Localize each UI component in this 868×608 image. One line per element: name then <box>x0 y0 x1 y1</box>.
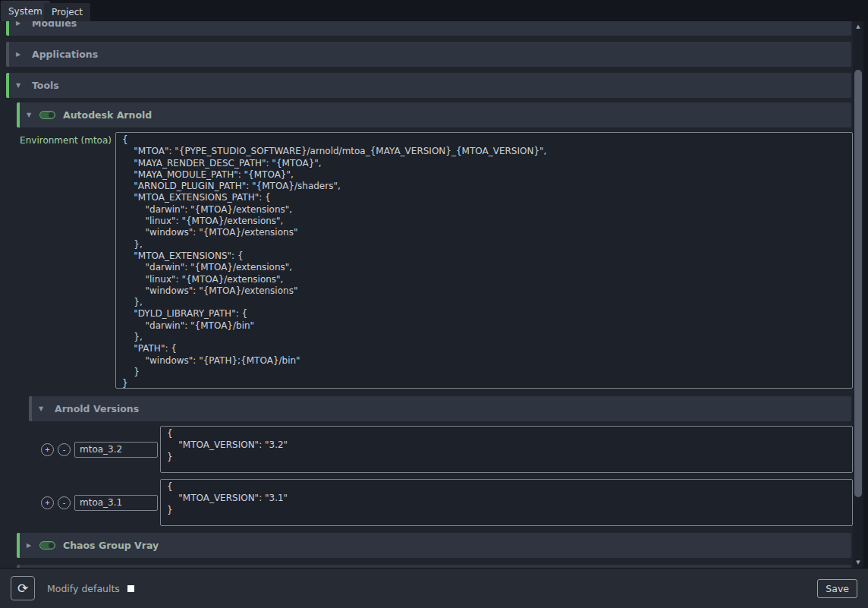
toggle-knob <box>49 543 54 548</box>
enabled-toggle[interactable] <box>39 541 55 550</box>
add-version-button[interactable]: + <box>41 496 54 509</box>
version-row: + - { "MTOA_VERSION": "3.1" } <box>41 479 853 526</box>
section-header-applications[interactable]: ▶ Applications <box>6 42 851 67</box>
section-header-tools[interactable]: ▼ Tools <box>6 73 851 98</box>
version-name-input[interactable] <box>74 442 158 458</box>
chevron-down-icon[interactable]: ▼ <box>23 112 35 118</box>
chevron-right-icon[interactable]: ▶ <box>23 542 35 549</box>
refresh-button[interactable]: ⟳ <box>11 576 35 600</box>
scrollbar-thumb[interactable] <box>854 70 862 497</box>
section-header-modules[interactable]: ▶ Modules <box>6 21 851 36</box>
section-label: Arnold Versions <box>55 403 139 414</box>
section-label: Tools <box>32 80 59 91</box>
section-label: Applications <box>32 49 98 60</box>
settings-scroll-area: ▶ Modules ▶ Applications ▼ Tools ▼ Autod… <box>0 21 853 568</box>
modify-defaults-checkbox[interactable] <box>127 585 134 592</box>
toggle-knob <box>49 112 54 118</box>
chevron-down-icon[interactable]: ▼ <box>35 405 47 412</box>
version-name-input[interactable] <box>74 495 158 511</box>
add-version-button[interactable]: + <box>41 443 54 456</box>
default-stripe <box>29 396 32 421</box>
section-header-arnold-versions[interactable]: ▼ Arnold Versions <box>29 396 851 421</box>
modify-defaults-label: Modify defaults <box>47 583 120 594</box>
remove-version-button[interactable]: - <box>58 443 71 456</box>
section-header-autodesk-arnold[interactable]: ▼ Autodesk Arnold <box>17 102 851 128</box>
default-stripe <box>6 42 9 67</box>
enabled-toggle[interactable] <box>39 111 55 119</box>
chevron-right-icon[interactable]: ▶ <box>12 21 24 27</box>
modified-stripe <box>6 21 9 36</box>
modified-stripe <box>6 73 9 98</box>
remove-version-button[interactable]: - <box>58 496 71 509</box>
environment-editor-wrap: { "MTOA": "{PYPE_STUDIO_SOFTWARE}/arnold… <box>115 132 853 389</box>
scroll-down-icon[interactable]: ▼ <box>853 557 863 568</box>
environment-mtoa-label: Environment (mtoa) <box>0 135 112 146</box>
tool-label: Chaos Group Vray <box>63 540 159 551</box>
version-row: + - { "MTOA_VERSION": "3.2" } <box>41 426 853 473</box>
tab-project[interactable]: Project <box>44 3 90 21</box>
version-json-editor[interactable]: { "MTOA_VERSION": "3.2" } <box>160 426 853 473</box>
section-header-chaos-group-vray[interactable]: ▶ Chaos Group Vray <box>17 533 851 558</box>
scroll-up-icon[interactable]: ▲ <box>853 21 863 32</box>
tool-label: Autodesk Arnold <box>63 109 152 121</box>
refresh-icon: ⟳ <box>17 581 28 597</box>
version-json-editor[interactable]: { "MTOA_VERSION": "3.1" } <box>160 479 853 526</box>
environment-json-editor[interactable]: { "MTOA": "{PYPE_STUDIO_SOFTWARE}/arnold… <box>115 132 853 389</box>
modified-stripe <box>17 533 20 558</box>
tab-system[interactable]: System <box>1 1 50 21</box>
tab-bar: System Project <box>0 0 868 21</box>
chevron-down-icon[interactable]: ▼ <box>12 82 24 89</box>
save-button[interactable]: Save <box>817 579 857 598</box>
settings-window: System Project ▶ Modules ▶ Applications … <box>0 0 868 608</box>
section-label: Modules <box>32 21 77 29</box>
footer-bar: ⟳ Modify defaults Save <box>0 568 868 608</box>
chevron-right-icon[interactable]: ▶ <box>12 51 24 58</box>
vertical-scrollbar[interactable]: ▲ ▼ <box>853 21 863 568</box>
modified-stripe <box>17 102 20 128</box>
